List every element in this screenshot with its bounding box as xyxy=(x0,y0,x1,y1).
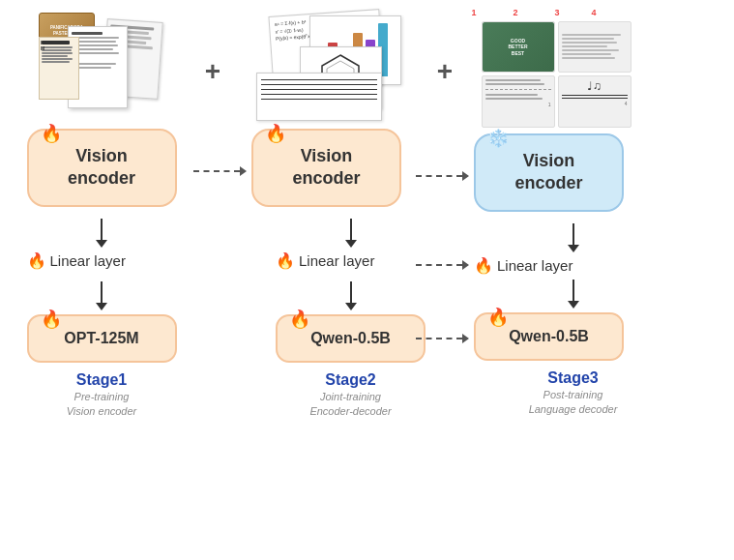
stage2-label: Stage2 xyxy=(325,371,375,389)
music-notation: ♩♫ xyxy=(562,79,628,93)
stage3-label: Stage3 xyxy=(547,369,598,387)
document-stack: PANIFICADORAPASTELERIA· · ·CE xyxy=(39,13,164,119)
plus-sign-1: + xyxy=(198,8,227,87)
stage3-thumbnail: 1 2 3 4 GOODBETTERBEST xyxy=(472,8,641,129)
stage1-encoder-label: Vision encoder xyxy=(68,146,135,188)
stage3-llm-label: Qwen-0.5B xyxy=(509,328,589,344)
stage3-vision-encoder: ❄️ Vision encoder xyxy=(474,133,624,212)
stage1-linear-label: Linear layer xyxy=(50,252,126,269)
stage1-vision-encoder: 🔥 Vision encoder xyxy=(27,129,177,207)
diagram: PANIFICADORAPASTELERIA· · ·CE xyxy=(0,0,734,560)
stage1-column: PANIFICADORAPASTELERIA· · ·CE xyxy=(5,8,198,420)
stage3-linear-layer: 🔥 Linear layer xyxy=(474,256,624,275)
gbb-text: GOODBETTERBEST xyxy=(509,38,528,57)
stage2-linear-label: Linear layer xyxy=(299,252,374,269)
stage3-encoder-label: Vision encoder xyxy=(514,151,582,192)
page-num-3: 3 xyxy=(555,8,560,17)
stage2-column: a₁ = Σ·f(x) + b² x' = √(Σᵢ fᵢ·wᵢ) P(y|x)… xyxy=(237,8,430,420)
flame-icon-encoder1: 🔥 xyxy=(41,123,62,145)
arrow-down-3a xyxy=(568,223,579,252)
arrow-down-2a xyxy=(345,219,357,248)
stage2-thumbnail: a₁ = Σ·f(x) + b² x' = √(Σᵢ fᵢ·wᵢ) P(y|x)… xyxy=(251,8,416,124)
stage3-linear-label: Linear layer xyxy=(497,257,573,274)
arrow-down-3b xyxy=(568,280,579,309)
dashed-arrow-enc-1-2 xyxy=(193,166,247,176)
flame-icon-linear3: 🔥 xyxy=(474,256,493,275)
dashed-arrow-enc-2-3 xyxy=(416,171,469,181)
page-4-content: ♩♫ 4 xyxy=(559,76,631,127)
stage3-llm-row: 🔥 Qwen-0.5B xyxy=(416,312,629,366)
flame-icon-llm2: 🔥 xyxy=(289,309,310,330)
stage1-llm-label: OPT-125M xyxy=(64,330,138,346)
grid-cell-4: ♩♫ 4 xyxy=(558,75,631,128)
gbb-sign: GOODBETTERBEST xyxy=(483,22,554,73)
thumbnail-grid: GOODBETTERBEST xyxy=(482,21,631,128)
page-numbers: 1 2 3 4 xyxy=(472,8,641,17)
newspaper-thumbnail: NeM xyxy=(39,37,79,100)
stage3-linear-row: 🔥 Linear layer xyxy=(416,256,629,275)
page-num-4: 4 xyxy=(592,8,597,17)
stage3-llm: 🔥 Qwen-0.5B xyxy=(474,312,624,361)
page-num-2: 2 xyxy=(514,8,518,17)
dashed-arrow-llm-2-3 xyxy=(416,334,469,343)
stage3-encoder-row: ❄️ Vision encoder xyxy=(416,133,629,220)
dashed-arrow-lin-2-3 xyxy=(416,260,469,270)
stage1-llm: 🔥 OPT-125M xyxy=(27,314,177,363)
chart-stack: a₁ = Σ·f(x) + b² x' = √(Σᵢ fᵢ·wᵢ) P(y|x)… xyxy=(256,13,411,119)
stage2-llm: 🔥 Qwen-0.5B xyxy=(276,314,426,363)
stage3-sublabel: Post-training Language decoder xyxy=(529,388,618,418)
grid-cell-3: 1 xyxy=(482,75,555,128)
stage1-linear-layer: 🔥 Linear layer xyxy=(27,251,177,270)
arrow-down-2b xyxy=(345,281,357,310)
grid-cell-2 xyxy=(558,21,631,74)
flame-icon-linear2: 🔥 xyxy=(276,251,295,270)
newspaper-label: NeM xyxy=(41,40,46,51)
arrow-down-1b xyxy=(96,281,107,310)
music-paper xyxy=(256,73,382,121)
arrow-down-1a xyxy=(96,219,107,248)
page-3-content: 1 xyxy=(483,76,554,127)
grid-cell-1: GOODBETTERBEST xyxy=(482,21,555,74)
stage3-column: 1 2 3 4 GOODBETTERBEST xyxy=(459,8,653,418)
page-2-content xyxy=(559,22,631,73)
snowflake-icon-encoder3: ❄️ xyxy=(487,128,509,150)
stage2-sublabel: Joint-training Encoder-decoder xyxy=(309,390,391,420)
stage1-label: Stage1 xyxy=(76,371,127,389)
page-4-number: 4 xyxy=(562,101,628,106)
stage2-linear-layer: 🔥 Linear layer xyxy=(276,251,426,270)
flame-icon-linear1: 🔥 xyxy=(27,251,46,270)
stage2-encoder-label: Vision encoder xyxy=(292,146,360,188)
flame-icon-llm3: 🔥 xyxy=(487,307,509,328)
stage2-vision-encoder: 🔥 Vision encoder xyxy=(251,129,401,207)
flame-icon-encoder2: 🔥 xyxy=(265,123,286,145)
music-staff xyxy=(257,74,381,105)
stage1-sublabel: Pre-training Vision encoder xyxy=(67,390,137,420)
stage1-thumbnail: PANIFICADORAPASTELERIA· · ·CE xyxy=(24,8,179,124)
page-num-1: 1 xyxy=(472,8,477,17)
stage2-llm-label: Qwen-0.5B xyxy=(310,330,391,346)
flame-icon-llm1: 🔥 xyxy=(41,309,62,330)
stage2-encoder-row: 🔥 Vision encoder xyxy=(193,129,406,215)
plus-sign-2: + xyxy=(430,8,459,87)
page-3-number: 1 xyxy=(485,102,551,107)
